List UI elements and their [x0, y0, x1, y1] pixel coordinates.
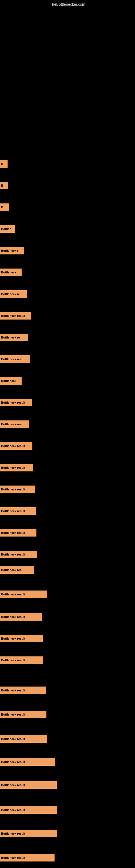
bar-row-6: Bottleneck re — [0, 290, 27, 298]
bar-row-25: Bottleneck result — [0, 711, 46, 718]
bar-row-13: Bottleneck result — [0, 442, 32, 450]
bottleneck-bar-24: Bottleneck result — [0, 686, 46, 694]
bottleneck-bar-4: Bottleneck r — [0, 247, 24, 254]
bar-row-7: Bottleneck result — [0, 312, 31, 319]
bar-row-5: Bottleneck — [0, 269, 21, 276]
bottleneck-bar-25: Bottleneck result — [0, 711, 46, 718]
bottleneck-bar-6: Bottleneck re — [0, 290, 27, 298]
bar-row-15: Bottleneck result — [0, 486, 35, 493]
bottleneck-bar-29: Bottleneck result — [0, 806, 57, 814]
bar-row-20: Bottleneck result — [0, 590, 47, 598]
bottleneck-bar-3: Bottlen — [0, 225, 15, 233]
bar-row-23: Bottleneck result — [0, 656, 43, 664]
bar-row-31: Bottleneck result — [0, 854, 54, 862]
bottleneck-bar-22: Bottleneck result — [0, 635, 43, 642]
bar-row-1: B — [0, 182, 8, 189]
bottleneck-bar-12: Bottleneck res — [0, 421, 29, 428]
bottleneck-bar-21: Bottleneck result — [0, 613, 42, 621]
bar-row-28: Bottleneck result — [0, 781, 57, 789]
bar-row-17: Bottleneck result — [0, 529, 37, 536]
bottleneck-bar-27: Bottleneck result — [0, 758, 55, 766]
bar-row-30: Bottleneck result — [0, 830, 57, 837]
bar-row-0: B — [0, 160, 8, 167]
bottleneck-bar-8: Bottleneck re — [0, 334, 28, 341]
bottleneck-bar-19: Bottleneck res — [0, 566, 34, 574]
bar-row-16: Bottleneck result — [0, 507, 36, 515]
bottleneck-bar-10: Bottleneck — [0, 377, 21, 384]
bottleneck-bar-5: Bottleneck — [0, 269, 21, 276]
bar-row-3: Bottlen — [0, 225, 15, 233]
bottleneck-bar-7: Bottleneck result — [0, 312, 31, 319]
bar-row-22: Bottleneck result — [0, 635, 43, 642]
bar-row-18: Bottleneck result — [0, 551, 37, 558]
bottleneck-bar-16: Bottleneck result — [0, 507, 36, 515]
bar-row-4: Bottleneck r — [0, 247, 24, 254]
bar-row-24: Bottleneck result — [0, 686, 46, 694]
bar-row-8: Bottleneck re — [0, 334, 28, 341]
bottleneck-bar-30: Bottleneck result — [0, 830, 57, 837]
bottleneck-bar-13: Bottleneck result — [0, 442, 32, 450]
bottleneck-bar-11: Bottleneck result — [0, 399, 32, 406]
bar-row-26: Bottleneck result — [0, 735, 47, 743]
bottleneck-bar-14: Bottleneck result — [0, 464, 33, 471]
bottleneck-bar-26: Bottleneck result — [0, 735, 47, 743]
bar-row-19: Bottleneck res — [0, 566, 34, 574]
bar-row-9: Bottleneck resu — [0, 355, 30, 363]
site-title: TheBottlenecker.com — [0, 0, 135, 8]
bottleneck-bar-20: Bottleneck result — [0, 590, 47, 598]
bar-row-11: Bottleneck result — [0, 399, 32, 406]
bar-row-29: Bottleneck result — [0, 806, 57, 814]
bar-row-14: Bottleneck result — [0, 464, 33, 471]
bottleneck-bar-28: Bottleneck result — [0, 781, 57, 789]
bottleneck-bar-17: Bottleneck result — [0, 529, 37, 536]
bottleneck-bar-18: Bottleneck result — [0, 551, 37, 558]
bottleneck-bar-9: Bottleneck resu — [0, 355, 30, 363]
bottleneck-bar-23: Bottleneck result — [0, 656, 43, 664]
bar-row-12: Bottleneck res — [0, 421, 29, 428]
bottleneck-bar-31: Bottleneck result — [0, 854, 54, 862]
bar-row-21: Bottleneck result — [0, 613, 42, 621]
bar-row-27: Bottleneck result — [0, 758, 55, 766]
bottleneck-bar-2: B — [0, 204, 9, 211]
bottleneck-bar-0: B — [0, 160, 8, 167]
bar-row-2: B — [0, 204, 9, 211]
bar-row-10: Bottleneck — [0, 377, 21, 384]
bottleneck-bar-1: B — [0, 182, 8, 189]
bottleneck-bar-15: Bottleneck result — [0, 486, 35, 493]
